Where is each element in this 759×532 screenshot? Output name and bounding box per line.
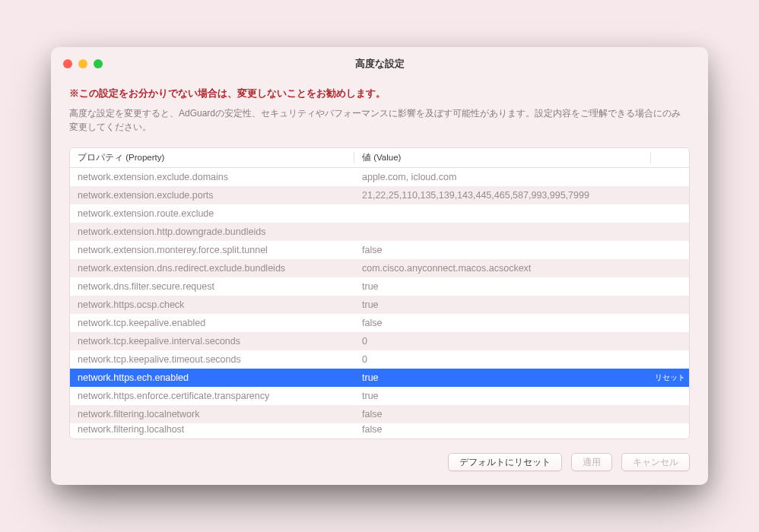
footer-buttons: デフォルトにリセット 適用 キャンセル [69, 453, 690, 471]
table-row[interactable]: network.extension.dns.redirect.exclude.b… [70, 259, 689, 277]
table-row[interactable]: network.extension.http.downgrade.bundlei… [70, 223, 689, 241]
property-cell: network.extension.dns.redirect.exclude.b… [70, 263, 354, 274]
property-cell: network.https.ocsp.check [70, 299, 354, 310]
close-icon[interactable] [63, 59, 72, 68]
window-title: 高度な設定 [51, 57, 708, 71]
property-cell: network.https.enforce.certificate.transp… [70, 391, 354, 401]
table-row[interactable]: network.tcp.keepalive.enabledfalse [70, 314, 689, 332]
value-cell[interactable]: 0 [354, 354, 651, 365]
value-cell[interactable]: 0 [354, 336, 651, 347]
property-cell: network.tcp.keepalive.interval.seconds [70, 336, 354, 347]
value-cell[interactable]: com.cisco.anyconnect.macos.acsockext [354, 263, 651, 274]
warning-heading: ※この設定をお分かりでない場合は、変更しないことをお勧めします。 [69, 87, 690, 100]
table-row[interactable]: network.tcp.keepalive.timeout.seconds0 [70, 350, 689, 369]
value-cell[interactable]: 21,22,25,110,135,139,143,445,465,587,993… [354, 190, 651, 201]
value-cell[interactable]: false [354, 245, 651, 255]
titlebar: 高度な設定 [51, 47, 708, 81]
value-cell[interactable]: false [354, 424, 651, 435]
property-cell: network.filtering.localhost [70, 424, 354, 435]
value-cell[interactable]: true [354, 281, 651, 292]
settings-table-panel: プロパティ (Property) 値 (Value) network.exten… [69, 147, 690, 439]
value-cell[interactable]: apple.com, icloud.com [354, 172, 651, 182]
value-cell[interactable]: false [354, 318, 651, 328]
cancel-button[interactable]: キャンセル [621, 453, 690, 471]
property-cell: network.extension.exclude.domains [70, 172, 354, 182]
table-row[interactable]: network.dns.filter.secure.requesttrue [70, 277, 689, 296]
table-row[interactable]: network.https.ech.enabledtrueリセット [70, 369, 689, 387]
value-cell[interactable]: false [354, 409, 651, 420]
value-cell[interactable]: true [354, 372, 651, 383]
advanced-settings-window: 高度な設定 ※この設定をお分かりでない場合は、変更しないことをお勧めします。 高… [51, 47, 708, 485]
table-row[interactable]: network.filtering.localhostfalse [70, 423, 689, 435]
minimize-icon[interactable] [78, 59, 87, 68]
table-row[interactable]: network.extension.exclude.domainsapple.c… [70, 168, 689, 186]
value-cell[interactable]: true [354, 391, 651, 401]
table-body[interactable]: network.extension.exclude.domainsapple.c… [70, 168, 689, 439]
row-reset-button[interactable]: リセット [651, 372, 689, 383]
column-header-property[interactable]: プロパティ (Property) [70, 152, 354, 163]
property-cell: network.extension.monterey.force.split.t… [70, 245, 354, 255]
table-row[interactable]: network.filtering.localnetworkfalse [70, 405, 689, 423]
warning-subtext: 高度な設定を変更すると、AdGuardの安定性、セキュリティやパフォーマンスに影… [69, 106, 690, 134]
table-row[interactable]: network.tcp.keepalive.interval.seconds0 [70, 332, 689, 350]
property-cell: network.tcp.keepalive.timeout.seconds [70, 354, 354, 365]
property-cell: network.tcp.keepalive.enabled [70, 318, 354, 328]
property-cell: network.extension.route.exclude [70, 208, 354, 219]
value-cell[interactable]: true [354, 299, 651, 310]
table-header: プロパティ (Property) 値 (Value) [70, 148, 689, 168]
property-cell: network.https.ech.enabled [70, 372, 354, 383]
maximize-icon[interactable] [94, 59, 103, 68]
table-row[interactable]: network.https.ocsp.checktrue [70, 296, 689, 314]
table-row[interactable]: network.extension.route.exclude [70, 204, 689, 223]
property-cell: network.dns.filter.secure.request [70, 281, 354, 292]
column-header-value[interactable]: 値 (Value) [354, 152, 651, 163]
table-row[interactable]: network.extension.exclude.ports21,22,25,… [70, 186, 689, 204]
reset-defaults-button[interactable]: デフォルトにリセット [448, 453, 562, 471]
content-area: ※この設定をお分かりでない場合は、変更しないことをお勧めします。 高度な設定を変… [51, 81, 708, 485]
window-controls [51, 59, 103, 68]
table-row[interactable]: network.https.enforce.certificate.transp… [70, 387, 689, 405]
table-row[interactable]: network.extension.monterey.force.split.t… [70, 241, 689, 259]
apply-button[interactable]: 適用 [571, 453, 612, 471]
property-cell: network.filtering.localnetwork [70, 409, 354, 420]
property-cell: network.extension.http.downgrade.bundlei… [70, 226, 354, 237]
property-cell: network.extension.exclude.ports [70, 190, 354, 201]
